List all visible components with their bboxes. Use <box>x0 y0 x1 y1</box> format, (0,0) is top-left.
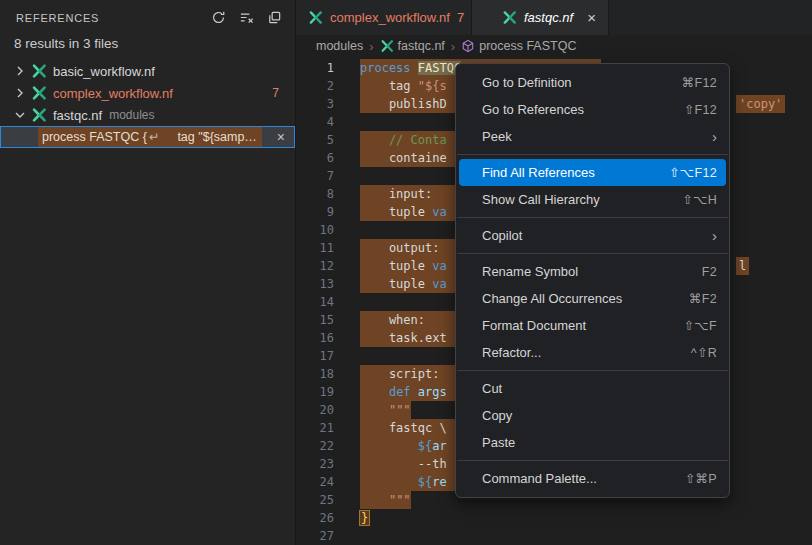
menu-item-peek[interactable]: Peek› <box>459 123 726 150</box>
line-number: 12 <box>296 257 356 275</box>
code-token: ar <box>432 439 446 453</box>
line-number: 18 <box>296 365 356 383</box>
menu-separator <box>457 253 728 254</box>
references-panel: REFERENCES 8 results in 3 files basic_wo… <box>0 0 296 545</box>
menu-item-go-to-references[interactable]: Go to References⇧F12 <box>459 96 726 123</box>
menu-item-shortcut: ^⇧R <box>691 345 717 360</box>
reference-highlight: """ <box>360 491 411 509</box>
code-text[interactable] <box>356 113 360 131</box>
code-text[interactable] <box>356 293 360 311</box>
line-number: 25 <box>296 491 356 509</box>
menu-separator <box>457 370 728 371</box>
menu-item-change-all-occurrences[interactable]: Change All Occurrences⌘F2 <box>459 285 726 312</box>
breadcrumb-label: fastqc.nf <box>398 39 445 53</box>
menu-item-show-call-hierarchy[interactable]: Show Call Hierarchy⇧⌥H <box>459 186 726 213</box>
menu-item-label: Cut <box>482 381 717 396</box>
line-number: 27 <box>296 527 356 545</box>
nextflow-file-icon <box>30 85 47 102</box>
code-token: va <box>432 205 446 219</box>
menu-item-go-to-definition[interactable]: Go to Definition⌘F12 <box>459 69 726 96</box>
tab-label: fastqc.nf <box>524 10 573 25</box>
return-symbol: ↵ <box>147 130 161 144</box>
breadcrumb-item-modules[interactable]: modules <box>316 39 363 53</box>
collapse-all-icon[interactable] <box>263 7 285 29</box>
code-line-27[interactable]: 27 <box>296 527 812 545</box>
code-token: args <box>418 385 447 399</box>
code-text[interactable] <box>356 527 360 545</box>
clear-all-icon[interactable] <box>235 7 257 29</box>
results-summary: 8 results in 3 files <box>0 35 295 60</box>
file-name: basic_workflow.nf <box>53 64 155 79</box>
results-tree: basic_workflow.nf complex_workflow.nf7 f… <box>0 60 295 126</box>
code-token: "${s <box>418 79 447 93</box>
breadcrumb: modules› fastqc.nf› process FASTQC <box>296 35 812 57</box>
dismiss-result-icon[interactable]: × <box>277 129 285 145</box>
menu-item-find-all-references[interactable]: Find All References⇧⌥F12 <box>459 159 726 186</box>
code-text[interactable] <box>356 167 360 185</box>
menu-item-shortcut: ⇧⌥H <box>682 192 717 207</box>
tab-fastqc-nf[interactable]: fastqc.nf× <box>472 0 609 35</box>
code-text[interactable]: """ <box>356 491 411 509</box>
code-token: tuple <box>360 205 432 219</box>
editor-context-menu: Go to Definition⌘F12Go to References⇧F12… <box>455 63 730 498</box>
panel-title: REFERENCES <box>16 12 207 24</box>
chevron-right-icon[interactable] <box>12 63 28 79</box>
file-description: modules <box>109 108 154 122</box>
code-line-26[interactable]: 26} <box>296 509 812 527</box>
line-number: 15 <box>296 311 356 329</box>
menu-item-paste[interactable]: Paste <box>459 429 726 456</box>
chevron-down-icon[interactable] <box>12 107 28 123</box>
menu-item-label: Copy <box>482 408 717 423</box>
code-text[interactable] <box>356 347 360 365</box>
menu-item-refactor[interactable]: Refactor...^⇧R <box>459 339 726 366</box>
menu-item-command-palette[interactable]: Command Palette...⇧⌘P <box>459 465 726 492</box>
line-number: 1 <box>296 59 356 77</box>
menu-item-label: Go to References <box>482 102 684 117</box>
menu-item-format-document[interactable]: Format Document⇧⌥F <box>459 312 726 339</box>
refresh-icon[interactable] <box>207 7 229 29</box>
panel-toolbar <box>207 7 285 29</box>
menu-separator <box>457 217 728 218</box>
reference-match-text: process FASTQC {↵tag "${samp… <box>38 127 262 147</box>
chevron-right-icon[interactable] <box>12 85 28 101</box>
menu-item-label: Go to Definition <box>482 75 682 90</box>
tree-item-fastqc-nf[interactable]: fastqc.nfmodules <box>0 104 295 126</box>
tab-bar: complex_workflow.nf7 fastqc.nf× <box>296 0 812 35</box>
code-token: tag <box>360 79 418 93</box>
breadcrumb-item-fastqc-nf[interactable]: fastqc.nf <box>380 39 445 53</box>
tab-badge: 7 <box>457 10 464 25</box>
code-text[interactable] <box>356 221 360 239</box>
reference-result-item[interactable]: process FASTQC {↵tag "${samp… × <box>0 126 295 148</box>
breadcrumb-item-process-fastqc[interactable]: process FASTQC <box>461 39 576 53</box>
matched-bracket: } <box>359 510 370 526</box>
breadcrumb-separator: › <box>369 39 373 54</box>
menu-item-copilot[interactable]: Copilot› <box>459 222 726 249</box>
menu-item-label: Rename Symbol <box>482 264 702 279</box>
code-text[interactable]: """ <box>356 401 411 419</box>
line-number: 17 <box>296 347 356 365</box>
line-number: 7 <box>296 167 356 185</box>
line-number: 16 <box>296 329 356 347</box>
submenu-arrow-icon: › <box>712 129 717 144</box>
menu-item-label: Refactor... <box>482 345 691 360</box>
menu-item-rename-symbol[interactable]: Rename SymbolF2 <box>459 258 726 285</box>
breadcrumb-separator: › <box>451 39 455 54</box>
tree-item-basic-workflow-nf[interactable]: basic_workflow.nf <box>0 60 295 82</box>
line-number: 11 <box>296 239 356 257</box>
file-name: complex_workflow.nf <box>53 86 173 101</box>
tree-item-complex-workflow-nf[interactable]: complex_workflow.nf7 <box>0 82 295 104</box>
code-token: va <box>432 259 446 273</box>
menu-separator <box>457 154 728 155</box>
menu-item-cut[interactable]: Cut <box>459 375 726 402</box>
code-text[interactable]: } <box>356 509 370 527</box>
line-number: 21 <box>296 419 356 437</box>
code-fragment-line-12: l <box>736 257 749 275</box>
breadcrumb-label: modules <box>316 39 363 53</box>
line-number: 10 <box>296 221 356 239</box>
code-token: output: <box>360 241 439 255</box>
close-tab-icon[interactable]: × <box>587 10 596 25</box>
references-panel-header: REFERENCES <box>0 0 295 35</box>
code-token: ${ <box>418 439 432 453</box>
tab-complex-workflow-nf[interactable]: complex_workflow.nf7 <box>296 0 472 35</box>
menu-item-copy[interactable]: Copy <box>459 402 726 429</box>
